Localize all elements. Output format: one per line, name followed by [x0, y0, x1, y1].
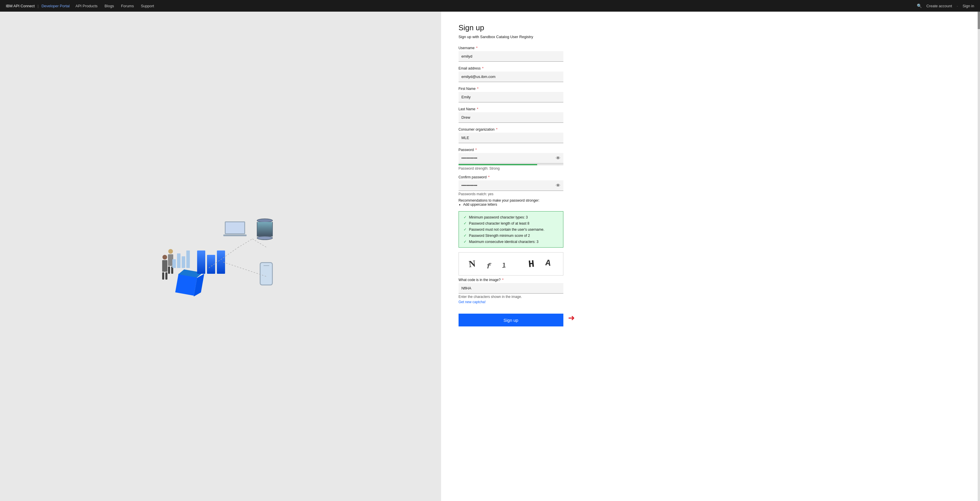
captcha-display: N f l H A [469, 258, 553, 270]
svg-line-1 [238, 239, 253, 247]
captcha-refresh-link[interactable]: Get new captcha! [458, 300, 486, 304]
brand-name: IBM API Connect [6, 4, 35, 8]
svg-line-2 [253, 239, 267, 247]
person-body-1 [162, 260, 167, 272]
nav-blogs[interactable]: Blogs [105, 4, 114, 8]
req-check-2: ✓ [463, 221, 467, 225]
right-panel: Sign up Sign up with Sandbox Catalog Use… [441, 12, 980, 501]
rect-1 [197, 251, 205, 274]
left-panel [0, 12, 441, 501]
brand-separator: | [38, 4, 38, 8]
brand: IBM API Connect | Developer Portal [6, 4, 70, 8]
database [257, 219, 273, 240]
req-check-1: ✓ [463, 215, 467, 219]
password-strength-text: Password strength: Strong [458, 166, 963, 171]
signup-row: Sign up ➜ [458, 309, 604, 327]
req-item-4: ✓ Password Strength minimum score of 2 [463, 233, 558, 238]
requirements-box: ✓ Minimum password character types: 3 ✓ … [458, 211, 563, 247]
recommendation-1: Add uppercase letters [463, 203, 963, 206]
org-input[interactable] [458, 133, 563, 143]
arrow-indicator: ➜ [568, 313, 575, 323]
captcha-input[interactable] [458, 283, 563, 293]
password-input[interactable] [458, 153, 563, 163]
req-check-5: ✓ [463, 239, 467, 244]
email-input[interactable] [458, 71, 563, 82]
bar-1 [172, 259, 176, 268]
lastname-input[interactable] [458, 112, 563, 123]
captcha-group: What code is in the image? * Enter the c… [458, 278, 963, 304]
req-item-5: ✓ Maximum consecutive identical characte… [463, 239, 558, 244]
navbar-right: 🔍 Create account - Sign in [917, 3, 974, 8]
illustration [159, 210, 282, 303]
navbar: IBM API Connect | Developer Portal API P… [0, 0, 980, 12]
main-container: Sign up Sign up with Sandbox Catalog Use… [0, 0, 980, 501]
confirm-password-group: Confirm password * 👁 Passwords match: ye… [458, 175, 963, 206]
bar-chart [172, 251, 190, 268]
firstname-input[interactable] [458, 92, 563, 102]
captcha-char-f: f [486, 262, 494, 271]
bar-2 [177, 254, 180, 268]
req-item-3: ✓ Password must not contain the user's u… [463, 227, 558, 231]
req-item-2: ✓ Password character length of at least … [463, 221, 558, 225]
org-label: Consumer organization * [458, 127, 963, 132]
scrollbar[interactable] [978, 12, 980, 501]
nav-forums[interactable]: Forums [121, 4, 134, 8]
strength-bar-container [458, 164, 563, 165]
confirm-password-label: Confirm password * [458, 175, 963, 179]
email-label: Email address * [458, 67, 963, 70]
confirm-password-visibility-toggle[interactable]: 👁 [556, 183, 560, 188]
lastname-group: Last Name * [458, 107, 963, 123]
org-group: Consumer organization * [458, 127, 963, 143]
confirm-password-input[interactable] [458, 181, 563, 191]
portal-link[interactable]: Developer Portal [41, 4, 70, 8]
person-head-1 [162, 255, 167, 260]
nav-api-products[interactable]: API Products [75, 4, 97, 8]
nav-links: API Products Blogs Forums Support [75, 4, 154, 8]
captcha-label: What code is in the image? * [458, 278, 963, 282]
passwords-match-text: Passwords match: yes [458, 192, 963, 196]
password-group: Password * 👁 Password strength: Strong [458, 148, 963, 171]
captcha-char-n: N [468, 258, 479, 270]
lastname-label: Last Name * [458, 107, 963, 111]
captcha-section: N f l H A What code is in the image? * E… [458, 252, 963, 304]
req-check-4: ✓ [463, 233, 467, 238]
laptop-base [223, 235, 247, 236]
search-icon[interactable]: 🔍 [917, 3, 922, 8]
captcha-image: N f l H A [458, 252, 563, 276]
person-legs-1 [162, 272, 167, 280]
db-body [257, 222, 273, 236]
password-visibility-toggle[interactable]: 👁 [556, 155, 560, 161]
bar-4 [186, 251, 190, 268]
captcha-hint: Enter the characters shown in the image. [458, 295, 963, 299]
username-group: Username * [458, 46, 963, 62]
rect-3 [217, 251, 225, 274]
person-1 [162, 255, 167, 280]
captcha-char-a: A [545, 258, 554, 268]
captcha-char-space [517, 265, 520, 266]
username-input[interactable] [458, 51, 563, 62]
person-leg-l [162, 272, 164, 280]
laptop-screen [225, 221, 245, 234]
rect-2 [207, 255, 215, 274]
form-title: Sign up [458, 23, 963, 32]
bar-3 [182, 256, 185, 268]
email-group: Email address * [458, 67, 963, 82]
phone [260, 262, 273, 285]
nav-separator: - [957, 4, 958, 8]
firstname-group: First Name * [458, 87, 963, 102]
nav-support[interactable]: Support [141, 4, 154, 8]
recommendations: Recommendations to make your password st… [458, 198, 963, 206]
rect-stack [197, 251, 225, 274]
person-leg-r [165, 272, 167, 280]
signup-button[interactable]: Sign up [458, 314, 563, 327]
strength-bar-fill [458, 164, 537, 165]
sign-in-link[interactable]: Sign in [963, 4, 974, 8]
req-check-3: ✓ [463, 227, 467, 231]
scrollbar-thumb[interactable] [978, 12, 980, 29]
confirm-password-wrapper: 👁 [458, 181, 563, 191]
db-bottom-disk [257, 236, 273, 240]
laptop [223, 221, 247, 238]
create-account-link[interactable]: Create account [926, 4, 952, 8]
person-leg2-l [168, 266, 170, 274]
captcha-char-h: H [528, 258, 537, 270]
